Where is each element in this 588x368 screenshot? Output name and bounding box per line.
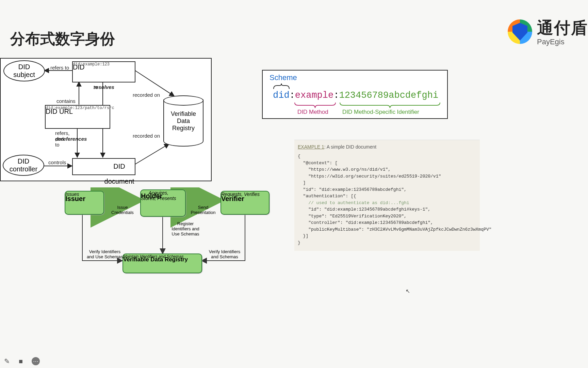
edge-refers-to: refers to	[50, 65, 69, 71]
edge-verify-left: Verify Identifiers and Use Schemas	[84, 249, 125, 260]
edge-verify-right: Verify Identifiers and Schemas	[204, 249, 245, 260]
node-vdr: Verifiable Data Registry Maintain Identi…	[122, 254, 202, 273]
uri-specific-label: DID Method-Specific Identifier	[342, 109, 419, 116]
did-architecture-diagram: DID subject DID did:example:123 DID URL …	[0, 58, 212, 181]
brand-logo: 通付盾 PayEgis	[508, 17, 588, 46]
uri-method-label: DID Method	[297, 109, 328, 116]
brace-specific-icon	[339, 102, 441, 108]
brace-scheme-icon	[273, 83, 290, 90]
svg-line-6	[135, 144, 169, 164]
example-did-document: EXAMPLE 1: A simple DID document { "@con…	[294, 140, 480, 251]
uri-scheme-label: Scheme	[270, 73, 297, 82]
edge-controls: controls	[48, 159, 66, 165]
edge-recorded-top: recorded on	[133, 92, 160, 98]
edge-contains: contains	[56, 98, 76, 104]
node-verifier: Verifier Requests, Verifies	[220, 191, 270, 215]
uri-string: did:example:123456789abcdefghi	[273, 90, 438, 101]
edge-send-presentation: Send Presentation	[188, 205, 218, 215]
edge-recorded-bottom: recorded on	[133, 133, 160, 139]
brand-en: PayEgis	[537, 37, 588, 46]
edge-resolves-to: resolves to	[94, 84, 98, 90]
bottom-toolbar: ✎ ■ ⋯	[0, 354, 588, 368]
edge-register: Register Identifiers and Use Schemas	[167, 221, 204, 237]
shield-icon	[508, 19, 532, 44]
camera-icon[interactable]: ■	[19, 357, 23, 365]
node-did: DID did:example:123	[72, 61, 135, 82]
node-did-controller: DID controller	[3, 155, 44, 176]
node-did-document: DID document	[72, 158, 135, 175]
example-code: { "@context": [ "https://www.w3.org/ns/d…	[298, 153, 476, 246]
node-did-subject: DID subject	[3, 60, 45, 81]
cursor-icon: ↖	[406, 288, 410, 294]
node-did-url: DID URL did:example:123/path/to/rsrc	[45, 105, 110, 129]
brace-method-icon	[294, 102, 336, 108]
brand-cn: 通付盾	[537, 17, 588, 39]
example-header: EXAMPLE 1: A simple DID document	[298, 144, 476, 150]
more-icon[interactable]: ⋯	[32, 357, 40, 365]
vc-roles-diagram: Issuer Issues Holder Acquires, Stores, P…	[61, 187, 279, 279]
slide-title: 分布式数字身份	[10, 29, 115, 49]
node-verifiable-data-registry: Verifiable Data Registry	[163, 95, 203, 147]
node-issuer: Issuer Issues	[65, 191, 104, 215]
did-uri-syntax: Scheme did:example:123456789abcdefghi DI…	[262, 70, 448, 119]
edge-issue-credentials: Issue Credentials	[109, 205, 136, 215]
pen-icon[interactable]: ✎	[4, 357, 10, 365]
node-holder: Holder Acquires, Stores, Presents	[140, 189, 186, 217]
